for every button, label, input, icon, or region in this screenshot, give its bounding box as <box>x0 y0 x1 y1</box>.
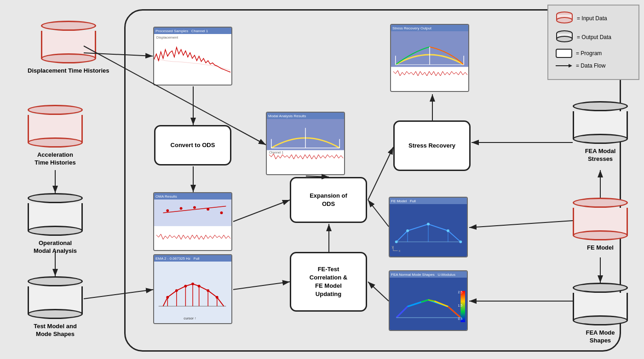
cylinder-displacement: Displacement Time Histories <box>28 21 109 75</box>
cyl-top <box>28 105 83 115</box>
svg-text:0.5: 0.5 <box>458 317 462 320</box>
thumb-oma-results: OMA Results <box>153 192 232 251</box>
cylinder-test-model: Test Model andMode Shapes <box>28 276 83 338</box>
main-container: Displacement Time Histories Acceleration… <box>0 0 644 359</box>
legend-arrow-icon <box>556 64 572 68</box>
svg-point-48 <box>427 223 430 226</box>
svg-text:2.5: 2.5 <box>458 291 462 294</box>
svg-text:Channel 1: Channel 1 <box>269 151 283 154</box>
svg-point-67 <box>557 17 572 23</box>
cyl-bottom <box>573 134 628 144</box>
svg-point-32 <box>207 289 209 292</box>
svg-point-47 <box>406 229 409 232</box>
legend-output-label: = Output Data <box>577 34 611 40</box>
test-model-label: Test Model andMode Shapes <box>34 323 77 338</box>
thumb-title-4: EMA 2 - 0.067325 Hz Full <box>154 255 231 262</box>
svg-point-14 <box>193 206 196 209</box>
thumb-title-5: Stress Recovery Output <box>391 25 468 31</box>
cyl-top <box>573 198 628 208</box>
thumb-fea-mode-shapes: FEA Normal Mode Shapes U-Modulus <box>389 270 468 331</box>
svg-text:1.5: 1.5 <box>458 304 462 307</box>
legend-item-input: = Input Data <box>556 11 631 25</box>
expansion-ods-box: Expansion ofODS <box>290 177 367 223</box>
operational-label: OperationalModal Analysis <box>34 239 77 255</box>
svg-point-49 <box>447 229 449 232</box>
svg-point-33 <box>216 296 218 299</box>
thumb-content-2: Channel 1 <box>267 119 344 174</box>
thumb-title-1: Processed Samples Channel 1 <box>154 28 231 34</box>
cyl-top <box>41 21 96 31</box>
cyl-bottom <box>573 230 628 240</box>
cyl-top <box>28 193 83 203</box>
legend-input-label: = Input Data <box>577 15 607 22</box>
cyl-bottom <box>28 226 83 236</box>
thumb-ema-mode-shape: EMA 2 - 0.067325 Hz Full <box>153 254 232 324</box>
thumb-title-3: OMA Results <box>154 193 231 199</box>
cyl-bottom <box>41 53 96 63</box>
svg-point-46 <box>395 240 398 243</box>
svg-text:y: y <box>392 245 394 249</box>
cyl-top <box>573 101 628 111</box>
svg-point-72 <box>557 36 572 42</box>
legend-item-program: = Program <box>556 49 631 58</box>
thumb-displacement-waveform: Processed Samples Channel 1 Displacement <box>153 27 232 85</box>
cylinder-fea-stresses: FEA ModalStresses <box>573 101 628 163</box>
legend-black-cylinder-icon <box>556 30 573 44</box>
svg-text:x: x <box>399 249 401 253</box>
cylinder-acceleration: AccelerationTime Histories <box>28 105 83 167</box>
svg-point-13 <box>180 207 183 210</box>
convert-ods-box: Convert to ODS <box>154 125 231 165</box>
thumb-content-3 <box>154 199 231 250</box>
acceleration-label: AccelerationTime Histories <box>34 151 75 167</box>
svg-point-31 <box>198 285 201 287</box>
legend-red-cylinder-icon <box>556 11 573 25</box>
svg-point-16 <box>220 211 223 214</box>
fe-test-corr-box: FE-TestCorrelation &FE ModelUpdating <box>290 252 367 312</box>
cylinder-fe-model: FE Model <box>573 198 628 252</box>
svg-point-28 <box>175 289 178 292</box>
svg-point-50 <box>459 240 462 243</box>
cylinder-fea-modes: FEA ModeShapes <box>573 283 628 345</box>
svg-point-27 <box>166 296 169 299</box>
thumb-title-2: Modal Analysis Results <box>267 113 344 119</box>
svg-text:Displacement: Displacement <box>156 35 178 40</box>
thumb-content-6: x y <box>390 204 467 256</box>
thumb-title-6: FE Model Full <box>390 198 467 204</box>
cyl-bottom <box>28 309 83 319</box>
thumb-title-7: FEA Normal Mode Shapes U-Modulus <box>390 271 467 278</box>
svg-text:cursor ↑: cursor ↑ <box>184 316 196 320</box>
legend-box: = Input Data = Output Data = Program <box>547 5 639 80</box>
cyl-top <box>573 283 628 293</box>
thumb-content-4: cursor ↑ <box>154 262 231 323</box>
svg-point-30 <box>191 283 194 285</box>
svg-point-12 <box>166 209 169 212</box>
fe-model-label: FE Model <box>587 244 614 252</box>
cyl-top <box>28 276 83 286</box>
cylinder-operational: OperationalModal Analysis <box>28 193 83 255</box>
legend-item-dataflow: = Data Flow <box>556 63 631 69</box>
thumb-stress-output: Stress Recovery Output <box>390 24 469 92</box>
svg-point-29 <box>184 285 187 287</box>
svg-rect-11 <box>154 226 231 250</box>
legend-dataflow-label: = Data Flow <box>576 63 605 69</box>
legend-item-output: = Output Data <box>556 30 631 44</box>
stress-recovery-label: Stress Recovery <box>408 142 455 150</box>
svg-rect-0 <box>154 34 231 85</box>
thumb-content-1: Displacement <box>154 34 231 85</box>
thumb-content-5 <box>391 31 468 91</box>
svg-rect-55 <box>390 278 467 330</box>
thumb-fe-model: FE Model Full x y <box>389 197 468 257</box>
stress-recovery-box: Stress Recovery <box>393 120 471 171</box>
cyl-bottom <box>28 137 83 148</box>
fea-stresses-label: FEA ModalStresses <box>585 148 616 163</box>
legend-program-label: = Program <box>576 50 602 57</box>
fe-test-corr-label: FE-TestCorrelation &FE ModelUpdating <box>310 265 347 299</box>
expansion-ods-label: Expansion ofODS <box>310 192 347 208</box>
displacement-label: Displacement Time Histories <box>28 67 109 75</box>
cyl-bottom <box>573 315 628 325</box>
thumb-bridge-modal: Modal Analysis Results Channel 1 <box>266 112 345 175</box>
thumb-content-7: 2.5 1.5 0.5 <box>390 278 467 330</box>
fea-modes-label: FEA ModeShapes <box>586 329 615 345</box>
convert-ods-label: Convert to ODS <box>171 141 215 149</box>
legend-program-box-icon <box>556 49 572 58</box>
